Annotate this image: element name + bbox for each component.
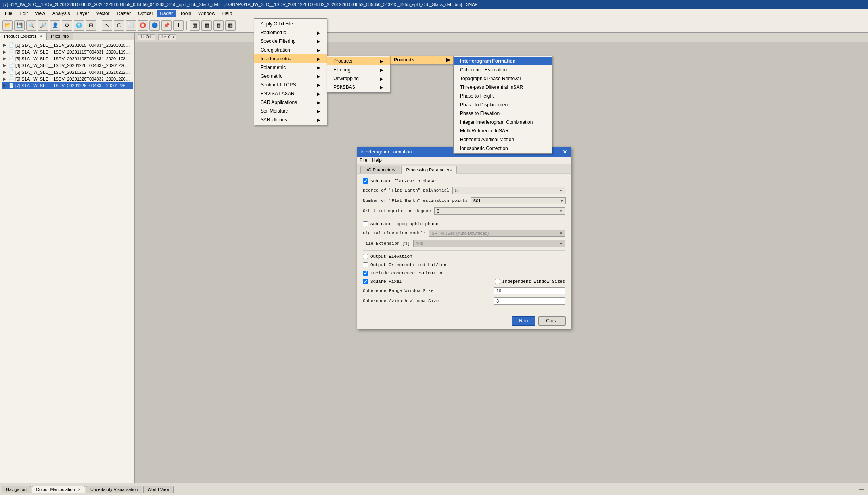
- products-coherence-estimation[interactable]: Coherence Estimation: [454, 65, 552, 74]
- radar-interferometric[interactable]: Interferometric ▶: [254, 54, 327, 63]
- close-colour-tab[interactable]: ✕: [78, 487, 81, 492]
- products-three-pass[interactable]: Three-pass Differential InSAR: [454, 83, 552, 92]
- input-coh-azimuth[interactable]: [494, 297, 565, 305]
- toolbar-poly[interactable]: 🔵: [149, 20, 160, 31]
- toolbar-tool2[interactable]: ⚙: [62, 20, 72, 31]
- products-phase-elevation[interactable]: Phase to Elevation: [454, 109, 552, 118]
- toolbar-move[interactable]: ✛: [173, 20, 184, 31]
- expand-1[interactable]: ▶: [3, 43, 9, 47]
- toolbar-save[interactable]: 💾: [14, 20, 25, 31]
- menu-window[interactable]: Window: [195, 10, 218, 17]
- bottom-tab-worldview[interactable]: World View: [143, 486, 174, 493]
- run-button[interactable]: Run: [512, 316, 535, 326]
- radar-sar-utilities[interactable]: SAR Utilities ▶: [254, 115, 327, 124]
- interferometric-products[interactable]: Products ▶: [327, 57, 390, 65]
- toolbar-grid3[interactable]: ▦: [213, 20, 224, 31]
- expand-5[interactable]: ▶: [3, 70, 9, 74]
- products-phase-displacement[interactable]: Phase to Displacement: [454, 100, 552, 109]
- menu-help[interactable]: Help: [219, 10, 236, 17]
- radar-soil-moisture[interactable]: Soil Moisture ▶: [254, 107, 327, 115]
- interferometric-psi-sbas[interactable]: PSI\SBAS ▶: [327, 83, 390, 92]
- products-integer-combination[interactable]: Integer Interferogram Combination: [454, 118, 552, 127]
- bottom-tab-navigation[interactable]: Navigation: [2, 486, 31, 493]
- toolbar-grid1[interactable]: ▦: [190, 20, 200, 31]
- toolbar-grid4[interactable]: ▦: [225, 20, 236, 31]
- radar-envisat[interactable]: ENVISAT ASAR ▶: [254, 89, 327, 98]
- expand-7[interactable]: ▶: [3, 83, 9, 88]
- select-flat-earth-poly[interactable]: 5 ▼: [452, 187, 565, 194]
- products-horizontal-vertical[interactable]: Horizontal/Vertical Motion: [454, 135, 552, 144]
- products-phase-height[interactable]: Phase to Height: [454, 92, 552, 100]
- close-product-explorer[interactable]: ✕: [39, 34, 42, 38]
- checkbox-topo[interactable]: [363, 221, 368, 226]
- toolbar-rect[interactable]: ⬜: [126, 20, 136, 31]
- toolbar-zoom-in[interactable]: 🔍: [26, 20, 36, 31]
- bottom-tab-uncertainty[interactable]: Uncertainty Visualisation: [86, 486, 142, 493]
- toolbar-pin[interactable]: 📌: [161, 20, 172, 31]
- minimize-panel[interactable]: —: [125, 33, 134, 40]
- radar-coregistration[interactable]: Coregistration ▶: [254, 46, 327, 54]
- checkbox-square-pixel[interactable]: [363, 279, 368, 284]
- toolbar-open[interactable]: 📂: [2, 20, 13, 31]
- toolbar-tool1[interactable]: 👤: [50, 20, 60, 31]
- products-interferogram-formation[interactable]: Interferogram Formation: [454, 57, 552, 65]
- menu-edit[interactable]: Edit: [16, 10, 31, 17]
- checkbox-flat-earth[interactable]: [363, 178, 368, 184]
- expand-3[interactable]: ▶: [3, 56, 9, 61]
- toolbar-select[interactable]: ↖: [102, 20, 112, 31]
- dialog-close-x[interactable]: ✕: [563, 149, 567, 155]
- tree-item-2[interactable]: ▶ 📄 [2] S1A_IW_SLC__1SDV_20201119T004831…: [2, 48, 133, 55]
- tree-item-1[interactable]: ▶ 📄 [1] S1A_IW_SLC__1SDV_20201015T004834…: [2, 42, 133, 48]
- menu-view[interactable]: View: [32, 10, 48, 17]
- radar-speckle[interactable]: Speckle Filtering ▶: [254, 37, 327, 46]
- products-topographic-phase[interactable]: Topographic Phase Removal: [454, 74, 552, 83]
- toolbar-zoom-out[interactable]: 🔎: [38, 20, 48, 31]
- checkbox-output-elev[interactable]: [363, 254, 368, 259]
- expand-6[interactable]: ▶: [3, 77, 9, 81]
- minimize-bottom[interactable]: —: [857, 486, 866, 493]
- radar-geometric[interactable]: Geometric ▶: [254, 72, 327, 81]
- close-button[interactable]: Close: [538, 316, 566, 326]
- tree-item-5[interactable]: ▶ 📄 [5] S1A_IW_SLC__1SDV_20210212T004831…: [2, 69, 133, 75]
- select-orbit-interp[interactable]: 3 ▼: [434, 207, 565, 215]
- products-ionospheric[interactable]: Ionospheric Correction: [454, 144, 552, 153]
- menu-optical[interactable]: Optical: [135, 10, 156, 17]
- radar-polarimetric[interactable]: Polarimetric ▶: [254, 63, 327, 72]
- dialog-menu-help[interactable]: Help: [372, 157, 382, 163]
- tree-item-4[interactable]: ▶ 📄 [4] S1A_IW_SLC__1SDV_20201226T004832…: [2, 62, 133, 69]
- toolbar-ellipse[interactable]: ⭕: [138, 20, 148, 31]
- dialog-tab-io[interactable]: I/O Parameters: [360, 166, 400, 173]
- tree-item-7[interactable]: ▶ 📄 [7] S1A_IW_SLC__1SDV_20201226T004832…: [2, 82, 133, 89]
- tree-item-3[interactable]: ▶ 📄 [3] S1A_IW_SLC__1SDV_20201108T004834…: [2, 55, 133, 62]
- menu-tools[interactable]: Tools: [177, 10, 194, 17]
- select-dem[interactable]: SRTM 3Sec (Auto Download) ▼: [429, 230, 565, 237]
- interferometric-unwrapping[interactable]: Unwrapping ▶: [327, 74, 390, 83]
- checkbox-independent[interactable]: [495, 279, 500, 284]
- radar-sar-apps[interactable]: SAR Applications ▶: [254, 98, 327, 107]
- toolbar-tool3[interactable]: 🌐: [74, 20, 84, 31]
- input-coh-range[interactable]: [494, 287, 565, 294]
- expand-2[interactable]: ▶: [3, 50, 9, 54]
- interferometric-filtering[interactable]: Filtering ▶: [327, 65, 390, 74]
- toolbar-select2[interactable]: ⬡: [114, 20, 124, 31]
- dialog-menu-file[interactable]: File: [360, 157, 367, 163]
- radar-radiometric[interactable]: Radiometric ▶: [254, 28, 327, 37]
- expand-4[interactable]: ▶: [3, 63, 9, 67]
- products-multi-reference[interactable]: Multi-Reference InSAR: [454, 127, 552, 135]
- bottom-tab-colour[interactable]: Colour Manipulation ✕: [32, 486, 85, 493]
- select-flat-earth-est[interactable]: 501 ▼: [471, 197, 566, 204]
- menu-file[interactable]: File: [2, 10, 15, 17]
- tab-pixel-info[interactable]: Pixel Info: [47, 33, 73, 40]
- checkbox-ortho[interactable]: [363, 262, 368, 267]
- menu-layer[interactable]: Layer: [74, 10, 92, 17]
- select-tile-ext[interactable]: 100 ▼: [413, 240, 565, 247]
- radar-apply-orbit[interactable]: Apply Orbit File: [254, 19, 327, 28]
- toolbar-grid2[interactable]: ▦: [201, 20, 212, 31]
- menu-raster[interactable]: Raster: [114, 10, 134, 17]
- toolbar-tool4[interactable]: ⊞: [86, 20, 96, 31]
- menu-radar[interactable]: Radar: [157, 10, 176, 17]
- dialog-tab-processing[interactable]: Processing Parameters: [401, 166, 457, 174]
- menu-analysis[interactable]: Analysis: [49, 10, 73, 17]
- menu-vector[interactable]: Vector: [93, 10, 113, 17]
- checkbox-coherence[interactable]: [363, 271, 368, 276]
